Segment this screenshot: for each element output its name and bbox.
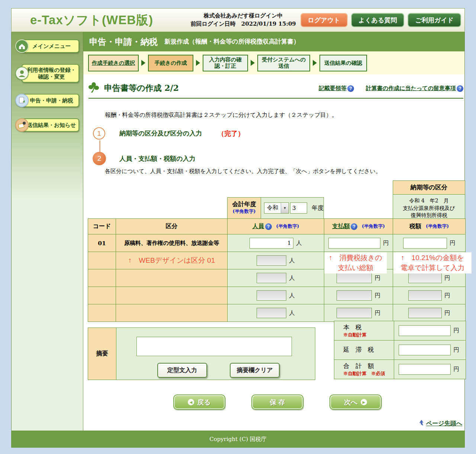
row2-code	[88, 252, 116, 269]
row4-code	[88, 287, 116, 304]
tekiyo-clear-button[interactable]: 摘要欄クリア	[230, 363, 280, 378]
honzei-input[interactable]	[399, 325, 451, 336]
annotation-shiharai: ↑ 消費税抜きの 支払い総額	[324, 252, 387, 274]
instruction-text: 各区分について、人員・支払額・税額を入力してください。入力完了後、「次へ」ボタン…	[105, 168, 381, 175]
footer: Copyright (C) 国税庁	[11, 431, 465, 448]
col-header-code: コード	[88, 219, 116, 234]
mail-icon	[15, 118, 29, 132]
page-title: 申告・申請・納税	[89, 36, 158, 48]
hankaku-note: (半角数字)	[228, 208, 261, 215]
row1-code: 01	[88, 234, 116, 252]
annotation-kubun: ↑ WEBデザインは区分 01	[128, 256, 215, 265]
nouki-kubun-header: 納期等の区分	[393, 180, 465, 195]
row5-kubun	[116, 304, 227, 322]
breadcrumb: 作成手続きの選択 手続きの作成 入力内容の確認・訂正 受付システムへの送信 送信…	[83, 51, 464, 74]
row3-jinin-cell: 人	[228, 269, 324, 287]
breadcrumb-step-result: 送信結果の確認	[319, 55, 367, 71]
page-top-link[interactable]: ページ先頭へ	[418, 420, 462, 428]
row1-shiharai-input[interactable]	[328, 238, 380, 249]
page-title-bar: 申告・申請・納税 新規作成（報酬・料金等の所得税徴収高計算書）	[83, 32, 464, 51]
help-icon[interactable]: ?	[265, 223, 272, 230]
step1-label: 納期等の区分及び区分の入力	[119, 129, 202, 138]
jinin-link[interactable]: 人員	[253, 223, 264, 230]
home-icon	[15, 39, 29, 53]
fiscal-year-input-cell: 令和 ▼ 年度	[261, 197, 324, 219]
row3-kubun	[116, 269, 227, 287]
last-login: 前回ログイン日時 2022/01/19 15:09	[190, 20, 296, 28]
nouki-kubun-value: 令和 4 年2 月 支払分源泉所得税及び 復興特別所得税	[393, 194, 465, 219]
ryui-jiko-link[interactable]: 計算書の作成に当たっての留意事項	[366, 85, 456, 92]
step2-label: 人員・支払額・税額の入力	[119, 154, 195, 163]
step1-number: 1	[93, 127, 105, 140]
shiharai-link[interactable]: 支払額	[332, 223, 350, 230]
save-button[interactable]: 保 存	[251, 394, 303, 410]
row4-shiharai-cell: 円	[324, 287, 393, 304]
era-select[interactable]: 令和 ▼	[264, 202, 289, 214]
row1-jinin-input[interactable]	[250, 238, 293, 249]
honzei-input-cell: 円	[394, 321, 466, 340]
step-connector	[99, 140, 100, 153]
clover-icon	[89, 82, 100, 95]
breadcrumb-step-select[interactable]: 作成手続きの選択	[88, 55, 139, 71]
next-arrow-icon: ▶	[361, 399, 367, 405]
breadcrumb-step-send: 受付システムへの送信	[257, 55, 310, 71]
back-button[interactable]: ◀ 戻る	[173, 394, 225, 410]
fiscal-year-input[interactable]	[290, 202, 307, 214]
logout-button[interactable]: ログアウト	[300, 13, 348, 27]
breadcrumb-arrow-icon	[313, 60, 317, 66]
login-info: 株式会社あみだす様ログイン中 前回ログイン日時 2022/01/19 15:09	[190, 12, 296, 28]
select-arrow-icon: ▼	[281, 203, 289, 213]
sidebar-item-user-info[interactable]: 利用者情報の登録・確認・変更	[22, 64, 79, 83]
entaizei-label-cell: 延 滞 税	[334, 340, 394, 359]
entaizei-input[interactable]	[399, 345, 451, 355]
row5-shiharai-cell: 円	[324, 304, 393, 322]
row5-zeigaku-cell: 円	[393, 304, 465, 322]
row1-zeigaku-cell: 円	[393, 234, 465, 252]
page-subtitle: 新規作成（報酬・料金等の所得税徴収高計算書）	[164, 38, 299, 46]
sidebar: メインメニュー 利用者情報の登録・確認・変更 申告・申請・納税 送信結果・お知ら…	[12, 32, 83, 431]
row3-jinin-input	[257, 273, 286, 283]
row5-jinin-cell: 人	[228, 304, 324, 322]
breadcrumb-arrow-icon	[141, 60, 145, 66]
teikeibun-button[interactable]: 定型文入力	[157, 363, 207, 378]
row5-jinin-input	[257, 308, 286, 318]
row1-jinin-cell: 人	[228, 234, 324, 252]
breadcrumb-arrow-icon	[196, 60, 200, 66]
row3-shiharai-input	[337, 273, 372, 283]
section-title: 申告書等の作成 2/2	[104, 83, 179, 94]
tekiyo-textarea[interactable]	[136, 337, 292, 356]
sidebar-item-results[interactable]: 送信結果・お知らせ	[22, 118, 79, 132]
yoryo-link-wrap: 記載要領等?	[319, 84, 354, 92]
row4-shiharai-input	[337, 290, 372, 301]
row4-jinin-input	[257, 290, 286, 301]
step2-number: 2	[93, 152, 106, 165]
annotation-zeigaku: ↑ 10.21%の金額を 電卓で計算して入力	[393, 252, 472, 274]
faq-button[interactable]: よくある質問	[351, 13, 405, 27]
kisai-yoryo-link[interactable]: 記載要領等	[319, 85, 347, 92]
fiscal-year-label: 会計年度	[228, 201, 261, 208]
help-icon[interactable]: ?	[347, 85, 354, 92]
sidebar-item-main-menu[interactable]: メインメニュー	[22, 39, 79, 53]
help-icon[interactable]: ?	[351, 223, 357, 230]
row3-code	[88, 269, 116, 287]
sidebar-item-filing[interactable]: 申告・申請・納税	[22, 94, 79, 107]
help-icon[interactable]: ?	[457, 85, 463, 92]
row4-zeigaku-input	[408, 290, 442, 301]
breadcrumb-arrow-icon	[251, 60, 255, 66]
section-header: 申告書等の作成 2/2 記載要領等? 計算書の作成に当たっての留意事項?	[89, 82, 463, 99]
nendo-label: 年度	[312, 204, 324, 212]
goukei-input[interactable]	[399, 364, 451, 375]
row1-zeigaku-input[interactable]	[403, 238, 447, 249]
row2-kubun: ↑ WEBデザインは区分 01	[116, 252, 227, 269]
row4-zeigaku-cell: 円	[393, 287, 465, 304]
row5-shiharai-input	[337, 308, 372, 318]
user-icon	[15, 67, 29, 80]
row4-jinin-cell: 人	[228, 287, 324, 304]
guide-button[interactable]: ご利用ガイド	[408, 13, 461, 27]
step1-row: 1 納期等の区分及び区分の入力 （完了）	[93, 127, 244, 140]
next-button[interactable]: 次へ ▶	[329, 394, 382, 410]
row3-zeigaku-input	[408, 273, 442, 283]
row2-jinin-cell: 人	[228, 252, 324, 269]
entaizei-input-cell: 円	[394, 340, 466, 359]
copyright-text: Copyright (C) 国税庁	[209, 436, 267, 443]
